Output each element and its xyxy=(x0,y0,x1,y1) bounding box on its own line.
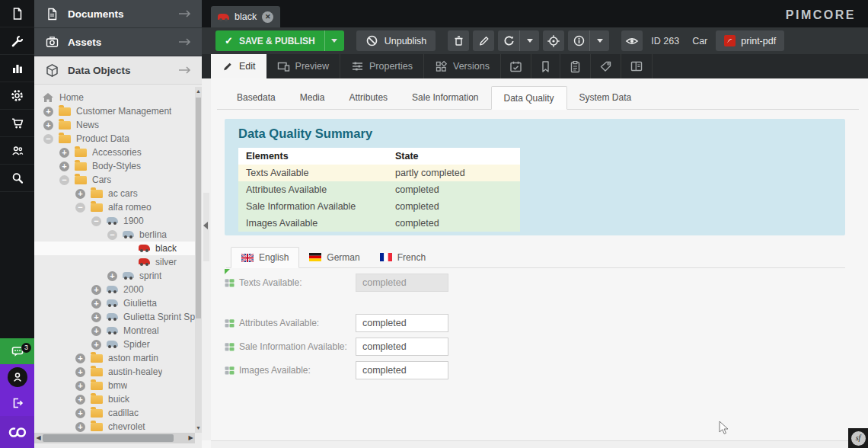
field-input-images-available[interactable] xyxy=(356,361,448,379)
tab-data-quality[interactable]: Data Quality xyxy=(491,86,567,110)
tags-button[interactable] xyxy=(591,54,621,78)
tree-item[interactable]: Body-Styles xyxy=(34,159,195,173)
collapse-icon[interactable] xyxy=(107,230,117,240)
open-object-tab[interactable]: black xyxy=(211,6,280,27)
expand-icon[interactable] xyxy=(43,120,53,130)
reports-button[interactable] xyxy=(560,54,591,78)
field-input-texts-available[interactable] xyxy=(356,274,448,292)
tree-item[interactable]: bmw xyxy=(34,379,195,392)
expand-icon[interactable] xyxy=(59,162,69,171)
scroll-left-arrow[interactable]: ◀ xyxy=(34,433,43,443)
tree-item[interactable]: cadillac xyxy=(34,406,195,420)
expand-icon[interactable] xyxy=(75,381,85,391)
panel-header-documents[interactable]: Documents xyxy=(34,0,202,28)
expand-icon[interactable] xyxy=(75,189,85,199)
tab-attributes[interactable]: Attributes xyxy=(337,86,400,109)
tree-item[interactable]: aston martin xyxy=(34,351,195,365)
collapse-icon[interactable] xyxy=(43,134,53,144)
tab-sale-information[interactable]: Sale Information xyxy=(400,86,490,109)
tree-item[interactable]: News xyxy=(34,118,195,132)
panel-expand-arrow[interactable] xyxy=(177,37,193,47)
expand-icon[interactable] xyxy=(91,299,101,309)
info-options-dropdown[interactable] xyxy=(590,30,609,51)
panel-expand-arrow[interactable] xyxy=(177,8,193,19)
tree-item[interactable]: Gulietta Sprint Specia xyxy=(34,310,195,324)
tree-item-selected[interactable]: black xyxy=(34,242,195,255)
field-input-attributes-available[interactable] xyxy=(356,314,448,332)
scroll-right-arrow[interactable]: ▶ xyxy=(187,433,195,443)
collapse-left-icon[interactable] xyxy=(203,222,208,229)
reload-options-dropdown[interactable] xyxy=(520,30,539,51)
scrollbar-thumb[interactable] xyxy=(43,434,174,442)
tree-vertical-scrollbar[interactable]: ▲ ▼ xyxy=(195,87,202,433)
tree-item[interactable]: 2000 xyxy=(34,283,195,296)
tree-item[interactable]: Cars xyxy=(34,173,195,187)
file-icon[interactable] xyxy=(0,0,34,27)
schedule-button[interactable] xyxy=(501,54,531,78)
panel-header-data-objects[interactable]: Data Objects xyxy=(34,56,202,85)
collapse-icon[interactable] xyxy=(75,203,85,213)
print-pdf-button[interactable]: print-pdf xyxy=(716,30,784,51)
save-publish-button[interactable]: SAVE & PUBLISH xyxy=(215,30,344,51)
field-input-sale-information-available[interactable] xyxy=(356,338,448,356)
users-icon[interactable] xyxy=(0,137,34,165)
expand-icon[interactable] xyxy=(75,354,85,363)
expand-icon[interactable] xyxy=(91,340,101,350)
reload-button[interactable] xyxy=(498,30,539,51)
unpublish-button[interactable]: Unpublish xyxy=(356,30,436,51)
tree-item[interactable]: sprint xyxy=(34,269,195,283)
panel-expand-arrow[interactable] xyxy=(177,65,193,75)
chart-icon[interactable] xyxy=(0,55,34,82)
expand-icon[interactable] xyxy=(59,148,69,158)
tab-basedata[interactable]: Basedata xyxy=(225,86,288,109)
expand-icon[interactable] xyxy=(91,285,101,295)
tab-properties[interactable]: Properties xyxy=(340,54,424,78)
tab-system-data[interactable]: System Data xyxy=(567,86,644,109)
expand-icon[interactable] xyxy=(43,107,53,117)
tab-lang-german[interactable]: German xyxy=(299,247,369,267)
expand-icon[interactable] xyxy=(75,367,85,377)
expand-icon[interactable] xyxy=(107,271,117,281)
tree-item[interactable]: Product Data xyxy=(34,132,195,146)
notes-button[interactable] xyxy=(531,54,560,78)
tab-versions[interactable]: Versions xyxy=(424,54,501,78)
scroll-up-arrow[interactable]: ▲ xyxy=(195,88,202,95)
tools-icon[interactable] xyxy=(0,27,34,55)
layout-button[interactable] xyxy=(621,54,653,78)
scrollbar-thumb[interactable] xyxy=(196,98,201,318)
locate-in-tree-button[interactable] xyxy=(543,30,564,51)
notifications-icon[interactable]: 3 xyxy=(0,338,34,364)
tree-item[interactable]: Accessories xyxy=(34,146,195,159)
tree-horizontal-scrollbar[interactable]: ◀ ▶ xyxy=(34,433,195,443)
pimcore-infinity-logo[interactable] xyxy=(0,416,34,448)
tree-item[interactable]: berlina xyxy=(34,228,195,242)
gear-icon[interactable] xyxy=(0,82,34,110)
tree-item[interactable]: chevrolet xyxy=(34,420,195,433)
collapse-icon[interactable] xyxy=(91,216,101,226)
tree-item[interactable]: Montreal xyxy=(34,324,195,338)
expand-icon[interactable] xyxy=(91,326,101,336)
delete-button[interactable] xyxy=(448,30,469,51)
scroll-down-arrow[interactable]: ▼ xyxy=(195,424,202,432)
collapse-icon[interactable] xyxy=(59,175,69,185)
tree-item[interactable]: silver xyxy=(34,255,195,269)
expand-icon[interactable] xyxy=(75,422,85,432)
tree-item[interactable]: ac cars xyxy=(34,187,195,200)
tree-item[interactable]: 1900 xyxy=(34,214,195,228)
user-avatar[interactable] xyxy=(0,364,34,390)
tree-item[interactable]: austin-healey xyxy=(34,365,195,379)
expand-icon[interactable] xyxy=(75,395,85,405)
tree-item[interactable]: Spider xyxy=(34,338,195,351)
tab-edit[interactable]: Edit xyxy=(211,54,266,78)
tab-lang-english[interactable]: English xyxy=(231,247,299,268)
tree-item-home[interactable]: Home xyxy=(34,91,195,104)
tab-lang-french[interactable]: French xyxy=(370,247,436,267)
expand-icon[interactable] xyxy=(75,408,85,418)
save-options-dropdown[interactable] xyxy=(325,30,344,51)
open-preview-button[interactable] xyxy=(621,30,643,51)
debug-toolbar-badge[interactable]: sf xyxy=(848,428,868,448)
search-icon[interactable] xyxy=(0,165,34,192)
logout-icon[interactable] xyxy=(0,390,34,416)
rename-button[interactable] xyxy=(473,30,494,51)
info-button[interactable] xyxy=(568,30,609,51)
